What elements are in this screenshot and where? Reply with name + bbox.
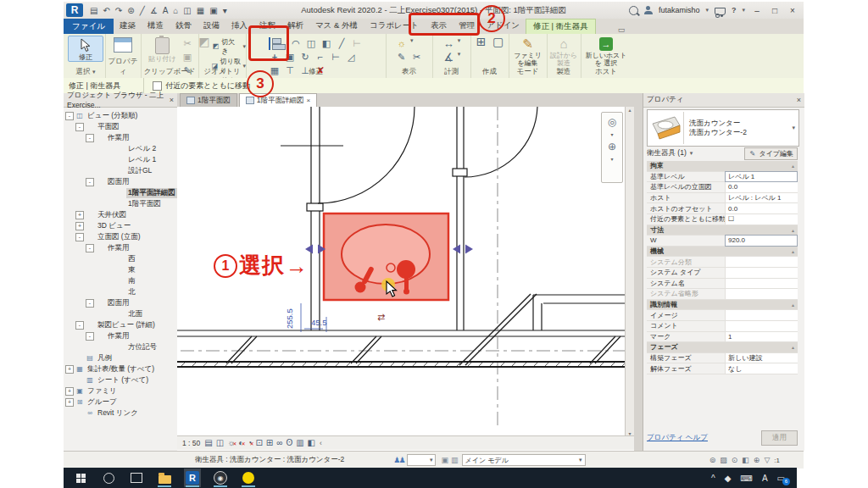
tree-item[interactable]: 1階平面詳細図: [64, 187, 177, 198]
scale-icon[interactable]: ◿: [345, 51, 358, 64]
task-view-button[interactable]: [128, 469, 145, 487]
drag-on-selection-icon[interactable]: ⊕: [754, 456, 760, 464]
select-underlay-icon[interactable]: ▨: [720, 456, 727, 464]
property-row[interactable]: 構築フェーズ新しい建設: [647, 353, 798, 364]
category-filter[interactable]: 衛生器具 (1): [647, 148, 687, 158]
ribbon-tab[interactable]: 設備: [198, 18, 225, 34]
ime-mode-indicator[interactable]: A: [762, 474, 768, 483]
help-icon[interactable]: ?: [732, 6, 737, 14]
dimension-vertical[interactable]: 255.5: [285, 308, 294, 329]
ribbon-tab[interactable]: マス & 外構: [309, 18, 364, 34]
tab-modify-plumbing-fixtures[interactable]: 修正 | 衛生器具: [526, 19, 596, 34]
dimension-dropdown-icon[interactable]: ▾: [458, 51, 461, 64]
account-dropdown-icon[interactable]: ▾: [705, 7, 709, 14]
tree-item[interactable]: +⊞グループ: [64, 396, 177, 408]
create-parts-icon[interactable]: ⊞: [474, 36, 489, 48]
tree-item[interactable]: ∞Revit リンク: [64, 408, 177, 419]
aligned-dimension-icon[interactable]: ∡: [150, 6, 158, 15]
properties-toggle-button[interactable]: [106, 36, 140, 53]
tree-item[interactable]: -図面用: [64, 176, 177, 187]
tree-item[interactable]: 西: [64, 253, 177, 264]
tree-item[interactable]: -製図ビュー (詳細): [64, 319, 177, 330]
tree-item[interactable]: 東: [64, 264, 177, 275]
steering-wheel-dropdown-icon[interactable]: ▾: [610, 131, 613, 137]
tree-expander-icon[interactable]: +: [65, 365, 74, 374]
tree-item[interactable]: -作業用: [64, 132, 177, 143]
property-row[interactable]: 識別情報▴: [647, 300, 798, 311]
section-icon[interactable]: ◫: [183, 6, 191, 15]
tree-item[interactable]: +天井伏図: [64, 209, 177, 220]
design-option-icon-a[interactable]: ▣: [441, 456, 448, 464]
crop-view-icon[interactable]: ⊡: [255, 438, 262, 448]
cope-menu[interactable]: ◩切欠き▾: [212, 37, 246, 56]
split-element-icon[interactable]: ╱: [336, 37, 348, 50]
scroll-up-icon[interactable]: ▴: [628, 107, 631, 113]
split-with-gap-icon[interactable]: ⊢: [351, 37, 364, 50]
detail-level-icon[interactable]: ▤: [204, 438, 212, 448]
show-rendering-icon[interactable]: ◔✕: [247, 438, 252, 448]
account-icon[interactable]: [644, 6, 653, 14]
worksharing-display-icon[interactable]: ◧: [308, 438, 315, 448]
measure-icon[interactable]: ↔: [442, 37, 455, 50]
tree-expander-icon[interactable]: -: [86, 299, 94, 308]
select-links-icon[interactable]: ⊚: [709, 456, 716, 464]
property-row[interactable]: システム名: [647, 279, 798, 290]
view-tab-detail-plan[interactable]: 1階平面詳細図×: [239, 93, 317, 107]
select-by-face-icon[interactable]: ◧: [742, 456, 749, 464]
property-row[interactable]: ホストレベル : レベル 1: [647, 193, 798, 204]
property-row[interactable]: コメント: [647, 321, 798, 332]
edit-type-button[interactable]: ✎タイプ編集: [744, 147, 798, 160]
design-options-dropdown[interactable]: メイン モデル▾: [462, 454, 586, 466]
file-explorer-button[interactable]: [156, 469, 173, 487]
file-tabs-icon[interactable]: ▤: [90, 6, 97, 15]
trim-extend-single-icon[interactable]: ⊢: [330, 51, 342, 64]
start-button[interactable]: [72, 469, 89, 487]
tree-expander-icon[interactable]: +: [65, 398, 74, 407]
cut-profile-icon[interactable]: ✂: [410, 51, 423, 64]
mirror-draw-axis-icon[interactable]: ◧: [320, 37, 333, 50]
type-selector-dropdown-icon[interactable]: ▾: [792, 125, 795, 131]
selection-filter-icon[interactable]: ▽: [764, 456, 770, 464]
zoom-tool-icon[interactable]: ⊕: [608, 141, 616, 152]
steering-wheel-icon[interactable]: ◎: [608, 116, 616, 128]
sun-path-icon[interactable]: ☼✕: [227, 438, 235, 448]
property-row[interactable]: システム分類: [647, 257, 798, 268]
dropbox-tray-icon[interactable]: ◆: [725, 474, 732, 483]
active-workset-dropdown[interactable]: ▾: [407, 454, 436, 466]
property-row[interactable]: 付近の要素とともに移動☐: [647, 214, 798, 225]
property-row[interactable]: 基準レベルの立面図0.0: [647, 182, 798, 193]
paste-button[interactable]: 貼り付け: [146, 36, 180, 63]
design-option-icon-b[interactable]: ▥: [451, 456, 459, 464]
canvas-vertical-scrollbar[interactable]: ▴ ▾: [625, 107, 634, 436]
type-selector[interactable]: 洗面カウンター 洗面カウンター-2 ▾: [647, 109, 799, 147]
ribbon-tab[interactable]: 構造: [142, 18, 170, 34]
category-dropdown-icon[interactable]: ▾: [690, 150, 693, 157]
property-row[interactable]: マーク1: [647, 332, 798, 343]
tree-expander-icon[interactable]: -: [86, 244, 94, 252]
select-pinned-icon[interactable]: ⊙: [732, 456, 738, 464]
tree-item[interactable]: レベル 1: [64, 154, 177, 165]
ribbon-tab[interactable]: 鉄骨: [170, 18, 198, 34]
search-icon[interactable]: [629, 6, 638, 15]
flip-control-icon[interactable]: ⇄: [377, 312, 385, 322]
worksets-icon[interactable]: ♟♟: [393, 456, 403, 464]
mirror-pick-axis-icon[interactable]: ◫: [305, 37, 318, 50]
hidden-icons-chevron[interactable]: ^: [711, 474, 715, 483]
tree-item[interactable]: +▣ファミリ: [64, 385, 177, 396]
switch-windows-icon[interactable]: ▣: [209, 6, 217, 15]
tree-item[interactable]: +▦集計表/数量 (すべて): [64, 363, 177, 374]
tree-expander-icon[interactable]: -: [75, 123, 84, 131]
tree-item[interactable]: -作業用: [64, 330, 177, 341]
action-center-icon[interactable]: ▭6: [777, 474, 785, 483]
keyboard-tray-icon[interactable]: ⌨: [740, 474, 752, 483]
tree-item[interactable]: レベル 2: [64, 143, 177, 154]
visual-style-icon[interactable]: ◫: [216, 438, 224, 448]
tree-item[interactable]: 設計GL: [64, 165, 177, 176]
undo-icon[interactable]: ↶: [103, 6, 109, 15]
revit-taskbar-button[interactable]: R: [184, 469, 201, 487]
property-row[interactable]: システム タイプ: [647, 268, 798, 279]
property-row[interactable]: フェーズ▴: [647, 342, 798, 353]
customize-qat-icon[interactable]: ▾: [223, 6, 227, 15]
tree-expander-icon[interactable]: -: [75, 233, 84, 241]
app-store-icon[interactable]: [715, 8, 726, 15]
